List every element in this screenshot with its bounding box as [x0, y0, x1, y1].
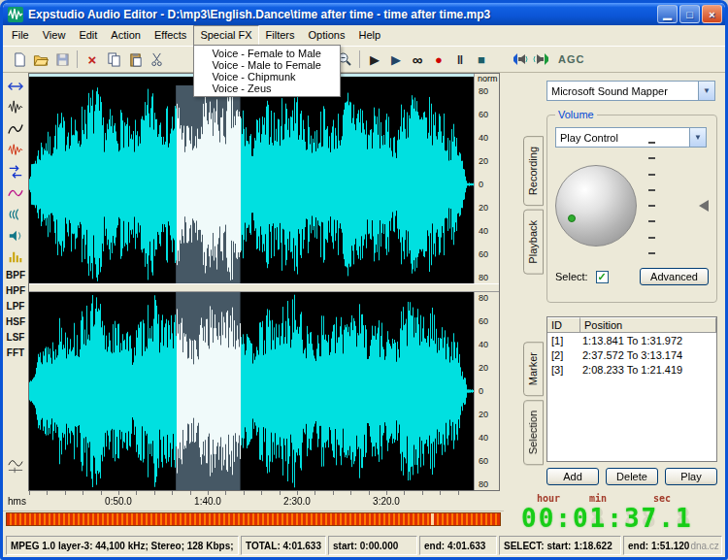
column-id[interactable]: ID — [547, 317, 580, 332]
timeline-mark: 1:40.0 — [194, 496, 221, 507]
left-tool-strip: BPF HPF LPF HSF LSF FFT — [3, 73, 28, 491]
maximize-button[interactable]: □ — [679, 5, 700, 23]
record-button[interactable]: ● — [428, 49, 449, 70]
pause-button[interactable]: ‖ — [449, 49, 471, 70]
red-waveform-tool-button[interactable] — [6, 141, 25, 159]
loop-button[interactable]: ∞ — [407, 49, 428, 70]
marker-row[interactable]: [2] 2:37.572 To 3:13.174 — [547, 347, 716, 362]
sound-device-combo[interactable]: Microsoft Sound Mapper ▼ — [546, 81, 715, 101]
volume-control-combo[interactable]: Play Control ▼ — [555, 127, 707, 148]
menu-special-fx-label: Special FX — [200, 29, 251, 41]
scale-tick-label: 60 — [479, 249, 499, 259]
stretch-tool-button[interactable] — [6, 77, 25, 95]
waveform-tool-button[interactable] — [6, 98, 25, 116]
toolbar: × ▶ ▶ ∞ ● ‖ ■ AGC — [3, 46, 725, 73]
menu-edit[interactable]: Edit — [72, 25, 104, 46]
speaker-back-button[interactable] — [510, 49, 531, 70]
marker-list[interactable]: ID Position [1] 1:13.841 To 1:31.972 [2]… — [546, 316, 717, 462]
speaker-forward-button[interactable] — [531, 49, 552, 70]
tab-playback[interactable]: Playback — [523, 210, 544, 275]
scale-tick-label: 20 — [479, 156, 499, 166]
copy-button[interactable] — [103, 49, 124, 70]
marker-row[interactable]: [3] 2:08.233 To 1:21.419 — [547, 362, 716, 377]
timeline-unit-label: hms — [8, 496, 26, 507]
scale-tick-label: 40 — [479, 433, 499, 443]
menu-effects[interactable]: Effects — [148, 25, 193, 46]
blue-arrows-icon — [7, 164, 24, 180]
menu-filters[interactable]: Filters — [259, 25, 302, 46]
mix-tool-button[interactable] — [6, 183, 25, 202]
copy-icon — [107, 52, 121, 67]
waveform-channel-left[interactable] — [29, 85, 474, 283]
save-button[interactable] — [51, 49, 73, 70]
seek-bar[interactable] — [6, 512, 501, 526]
chevron-down-icon[interactable]: ▼ — [698, 82, 714, 100]
play-button[interactable]: ▶ — [364, 49, 385, 70]
envelope-tool-button[interactable] — [6, 119, 25, 138]
amplify-tool-button[interactable] — [6, 247, 25, 266]
timeline-mark: 3:20.0 — [373, 496, 400, 507]
save-floppy-icon — [55, 52, 70, 67]
column-position[interactable]: Position — [580, 317, 716, 332]
marker-row[interactable]: [1] 1:13.841 To 1:31.972 — [547, 333, 716, 347]
volume-knob[interactable] — [555, 165, 637, 247]
play-selection-button[interactable]: ▶ — [385, 49, 407, 70]
shift-tool-button[interactable] — [6, 162, 25, 181]
toolbar-separator — [77, 50, 78, 68]
tab-marker[interactable]: Marker — [523, 342, 544, 396]
menu-help[interactable]: Help — [351, 25, 387, 46]
red-waveform-icon — [7, 143, 24, 158]
hpf-filter-button[interactable]: HPF — [6, 284, 25, 297]
play-marker-button[interactable]: Play — [665, 468, 717, 485]
select-checkbox[interactable]: ✓ — [596, 271, 609, 283]
marker-id: [1] — [547, 334, 580, 347]
lsf-filter-button[interactable]: LSF — [7, 331, 25, 344]
close-button[interactable]: × — [702, 5, 722, 23]
norm-label: norm — [474, 74, 499, 85]
fft-filter-button[interactable]: FFT — [7, 346, 24, 359]
window-title: Expstudio Audio Editor - D:\mp3\English.… — [28, 8, 657, 21]
speaker-tool-button[interactable] — [6, 226, 25, 245]
fx-voice-zeus[interactable]: Voice - Zeus — [194, 79, 279, 98]
menu-options[interactable]: Options — [302, 25, 352, 46]
right-panel: Microsoft Sound Mapper ▼ Recording Playb… — [500, 73, 725, 491]
speaker-icon — [7, 228, 24, 244]
minimize-button[interactable]: ▁ — [657, 5, 678, 23]
wave-slider-tool-button[interactable] — [6, 445, 25, 487]
new-file-icon — [13, 52, 27, 67]
bpf-filter-button[interactable]: BPF — [6, 269, 25, 281]
marker-id: [3] — [547, 363, 580, 377]
hsf-filter-button[interactable]: HSF — [6, 315, 25, 328]
menu-file[interactable]: File — [5, 25, 36, 46]
chevron-down-icon[interactable]: ▼ — [689, 128, 706, 147]
marker-position: 1:13.841 To 1:31.972 — [580, 334, 716, 347]
waveform-channel-right[interactable] — [29, 292, 474, 490]
reverb-tool-button[interactable] — [6, 205, 25, 223]
open-file-button[interactable] — [30, 49, 51, 70]
scale-tick-label: 80 — [479, 293, 499, 303]
new-file-button[interactable] — [9, 49, 30, 70]
delete-marker-button[interactable]: Delete — [606, 468, 658, 485]
advanced-button[interactable]: Advanced — [640, 268, 709, 285]
volume-slider-arrow[interactable] — [699, 200, 709, 212]
menu-view[interactable]: View — [36, 25, 73, 46]
waveform-icon — [7, 100, 24, 115]
cut-button[interactable] — [146, 49, 167, 70]
tab-selection[interactable]: Selection — [523, 400, 544, 465]
marker-panel: ID Position [1] 1:13.841 To 1:31.972 [2]… — [546, 316, 717, 485]
stop-button[interactable]: ■ — [471, 49, 492, 70]
add-marker-button[interactable]: Add — [546, 468, 599, 485]
lpf-filter-button[interactable]: LPF — [7, 300, 25, 313]
tab-recording[interactable]: Recording — [523, 136, 544, 206]
agc-toggle[interactable]: AGC — [558, 53, 584, 65]
paste-button[interactable] — [124, 49, 146, 70]
marker-tabs: Marker Selection — [521, 313, 546, 491]
arrows-icon — [7, 79, 24, 94]
toolbar-separator — [359, 50, 360, 68]
menu-special-fx[interactable]: Special FX Voice - Female to Male Voice … — [193, 25, 258, 46]
delete-button[interactable]: × — [82, 49, 103, 70]
statusbar: MPEG 1.0 layer-3: 44,100 kHz; Stereo; 12… — [3, 534, 725, 557]
scale-tick-label: 60 — [479, 456, 499, 466]
menu-action[interactable]: Action — [104, 25, 148, 46]
main-area: BPF HPF LPF HSF LSF FFT norm 80604020020… — [3, 73, 725, 491]
